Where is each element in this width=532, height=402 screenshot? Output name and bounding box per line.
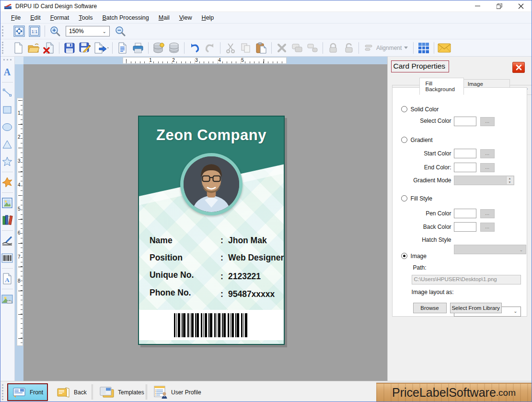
library-tool-button[interactable] xyxy=(1,214,13,226)
email-button[interactable] xyxy=(438,41,451,55)
solid-color-radio[interactable] xyxy=(401,106,407,112)
save-as-button[interactable] xyxy=(78,41,92,55)
rectangle-tool-button[interactable] xyxy=(1,104,13,116)
ellipse-tool-button[interactable] xyxy=(1,121,13,133)
end-color-browse-button[interactable]: ... xyxy=(480,163,495,172)
select-color-browse-button[interactable]: ... xyxy=(480,117,495,126)
watermark-banner: PriceLabelSoftware.com xyxy=(376,383,532,402)
panel-title: Card Properties xyxy=(391,60,450,72)
zoom-in-button[interactable] xyxy=(48,24,62,38)
tab-fill-background[interactable]: Fill Background xyxy=(419,78,463,95)
menu-edit[interactable]: Edit xyxy=(25,13,46,23)
back-view-button[interactable]: Back xyxy=(52,383,91,401)
barcode-tool-button[interactable] xyxy=(1,252,13,264)
id-card[interactable]: Zeon Company xyxy=(138,116,285,345)
toolbar-grip[interactable] xyxy=(2,26,7,36)
hatch-style-combo[interactable]: ⌄ xyxy=(454,245,526,254)
restore-button[interactable] xyxy=(488,0,510,12)
close-button[interactable] xyxy=(510,0,532,12)
triangle-tool-button[interactable] xyxy=(1,139,13,150)
watermark-text-tool-button[interactable]: A xyxy=(1,273,13,284)
start-color-input[interactable] xyxy=(454,149,476,158)
spinner-icon[interactable]: ▲▼ xyxy=(506,177,513,184)
copy-button[interactable] xyxy=(239,41,253,55)
text-tool-button[interactable]: A xyxy=(1,66,13,78)
delete-file-button[interactable] xyxy=(42,41,56,55)
barcode[interactable] xyxy=(174,313,249,337)
unlock-button[interactable] xyxy=(342,41,355,55)
select-from-library-button[interactable]: Select From Library xyxy=(450,303,502,313)
watermark-image-tool-button[interactable] xyxy=(1,294,13,305)
menu-view[interactable]: View xyxy=(174,13,197,23)
actual-size-button[interactable]: 1:1 xyxy=(28,24,41,38)
card-photo-frame[interactable] xyxy=(180,153,243,215)
delete-button[interactable] xyxy=(275,41,289,55)
database-button[interactable] xyxy=(167,41,181,55)
menu-help[interactable]: Help xyxy=(197,13,219,23)
new-document-button[interactable] xyxy=(12,41,25,55)
card-field-row[interactable]: Position : Web Designer xyxy=(150,253,279,270)
group-icon xyxy=(291,43,303,53)
redo-button[interactable] xyxy=(203,41,217,55)
ungroup-button[interactable] xyxy=(306,41,319,55)
design-canvas[interactable]: 1 2 3 4 5 1 2 3 4 5 6 7 8 Zeon C xyxy=(15,57,387,381)
card-field-row[interactable]: Name : Jhon Mak xyxy=(150,236,279,253)
pen-color-input[interactable] xyxy=(454,209,476,218)
custom-shape-tool-button[interactable] xyxy=(1,177,13,188)
group-button[interactable] xyxy=(290,41,304,55)
zoom-level-combo[interactable]: 150% ⌄ xyxy=(66,26,110,36)
bottom-bar-grip[interactable] xyxy=(2,384,3,400)
paste-button[interactable] xyxy=(254,41,268,55)
menu-batch-processing[interactable]: Batch Processing xyxy=(97,13,153,23)
image-path-input[interactable]: C:\Users\HPUSER\Desktop\1.png xyxy=(412,275,521,284)
save-button[interactable] xyxy=(63,41,76,55)
field-value[interactable]: 95487xxxxx xyxy=(228,289,275,299)
menu-tools[interactable]: Tools xyxy=(74,13,97,23)
start-color-browse-button[interactable]: ... xyxy=(480,149,495,158)
fit-to-window-button[interactable] xyxy=(12,24,26,38)
menu-file[interactable]: File xyxy=(6,13,25,23)
panel-close-button[interactable] xyxy=(512,62,525,73)
lock-button[interactable] xyxy=(326,41,340,55)
star-tool-button[interactable] xyxy=(1,156,13,167)
menu-mail[interactable]: Mail xyxy=(154,13,174,23)
templates-button[interactable]: Templates xyxy=(95,383,148,401)
gradient-radio[interactable] xyxy=(401,137,407,143)
card-field-row[interactable]: Unique No. : 2123221 xyxy=(150,270,279,288)
fill-style-radio[interactable] xyxy=(401,195,407,201)
image-radio[interactable] xyxy=(401,253,407,259)
print-preview-button[interactable] xyxy=(116,41,129,55)
line-tool-button[interactable] xyxy=(1,87,13,98)
zoom-out-button[interactable] xyxy=(114,24,127,38)
card-field-row[interactable]: Phone No. : 95487xxxxx xyxy=(150,288,279,305)
signature-tool-button[interactable] xyxy=(1,235,13,247)
front-view-button[interactable]: Front xyxy=(7,383,48,401)
back-color-input[interactable] xyxy=(454,222,476,232)
grid-button[interactable] xyxy=(417,41,430,55)
field-value[interactable]: Jhon Mak xyxy=(228,236,267,246)
open-button[interactable] xyxy=(27,41,40,55)
menu-format[interactable]: Format xyxy=(46,13,74,23)
user-profile-button[interactable]: User Profile xyxy=(150,383,205,401)
cut-button[interactable] xyxy=(224,41,237,55)
palette-grip[interactable] xyxy=(3,59,12,60)
minimize-button[interactable] xyxy=(467,0,488,12)
toolbar-grip[interactable] xyxy=(2,42,7,54)
alignment-button[interactable]: Alignment xyxy=(361,44,411,52)
browse-button[interactable]: Browse xyxy=(413,303,447,313)
field-value[interactable]: 2123221 xyxy=(228,272,261,282)
ruler-h-label: 4 xyxy=(218,58,221,63)
undo-button[interactable] xyxy=(188,41,201,55)
card-company-name[interactable]: Zeon Company xyxy=(139,127,284,144)
back-color-browse-button[interactable]: ... xyxy=(480,223,495,232)
alignment-label: Alignment xyxy=(376,45,402,51)
image-tool-button[interactable] xyxy=(1,197,13,209)
database-import-button[interactable] xyxy=(152,41,165,55)
end-color-input[interactable] xyxy=(454,163,476,172)
gradient-mode-combo[interactable]: ▲▼ xyxy=(454,176,514,185)
field-value[interactable]: Web Designer xyxy=(228,253,284,263)
print-button[interactable] xyxy=(131,41,145,55)
pen-color-browse-button[interactable]: ... xyxy=(480,209,495,218)
select-color-input[interactable] xyxy=(454,117,476,126)
export-button[interactable] xyxy=(93,41,109,55)
